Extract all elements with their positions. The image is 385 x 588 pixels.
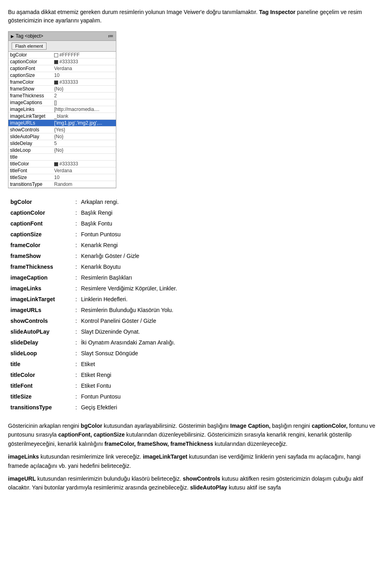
bgcolor-ref: bgColor bbox=[81, 423, 102, 429]
desc-value-imageLinkTarget: Linklerin Hedefleri. bbox=[79, 294, 376, 304]
prop-value-slideDelay: 5 bbox=[53, 140, 116, 147]
frameshow-ref: frameShow, frameThickness bbox=[137, 441, 213, 447]
prop-key-imageLinks: imageLinks bbox=[8, 106, 53, 113]
framecolor-ref: frameColor, bbox=[104, 441, 136, 447]
prop-value-titleColor: #333333 bbox=[53, 161, 116, 167]
desc-colon-transitionsType: : bbox=[74, 403, 79, 413]
desc-key-captionColor: captionColor bbox=[9, 208, 73, 218]
desc-key-title: title bbox=[9, 359, 73, 369]
desc-value-titleColor: Etiket Rengi bbox=[79, 370, 376, 380]
bottom-para-1: Göstericinin arkaplan rengini bgColor ku… bbox=[8, 421, 377, 448]
desc-value-captionColor: Başlık Rengi bbox=[79, 208, 376, 218]
desc-colon-titleColor: : bbox=[74, 370, 79, 380]
desc-value-imageLinks: Resimlere Verdiğimiz Köprüler, Linkler. bbox=[79, 284, 376, 294]
prop-value-title bbox=[53, 154, 116, 161]
bottom-para-2: imageLinks kutusundan resimlerimize link… bbox=[8, 452, 377, 470]
captionfont-ref: captionFont, captionSize bbox=[58, 431, 125, 438]
desc-key-titleColor: titleColor bbox=[9, 370, 73, 380]
desc-value-transitionsType: Geçiş Efektleri bbox=[79, 403, 376, 413]
prop-value-captionFont: Verdana bbox=[53, 65, 116, 72]
desc-colon-frameColor: : bbox=[74, 240, 79, 250]
desc-key-captionFont: captionFont bbox=[9, 219, 73, 229]
prop-key-frameShow: frameShow bbox=[8, 86, 53, 93]
desc-key-frameThickness: frameThickness bbox=[9, 262, 73, 272]
prop-key-imageLinkTarget: imageLinkTarget bbox=[8, 113, 53, 120]
desc-colon-captionSize: : bbox=[74, 230, 79, 240]
desc-value-frameShow: Kenarlığı Göster / Gizle bbox=[79, 251, 376, 261]
prop-key-slideAutoPlay: slideAutoPlay bbox=[8, 133, 53, 140]
desc-key-transitionsType: transitionsType bbox=[9, 403, 73, 413]
prop-value-slideAutoPlay: {No} bbox=[53, 133, 116, 140]
desc-colon-slideLoop: : bbox=[74, 348, 79, 358]
desc-colon-captionFont: : bbox=[74, 219, 79, 229]
panel-expand-icon[interactable]: ▶ bbox=[11, 34, 14, 38]
imagelinktarget-ref: imageLinkTarget bbox=[143, 453, 187, 460]
desc-colon-imageCaption: : bbox=[74, 273, 79, 283]
desc-value-imageURLs: Resimlerin Bulunduğu Klasörün Yolu. bbox=[79, 305, 376, 315]
prop-key-imageURLs: imageURLs bbox=[8, 120, 53, 127]
props-description-table: bgColor:Arkaplan rengi.captionColor:Başl… bbox=[8, 196, 377, 413]
color-swatch-bgColor bbox=[54, 53, 58, 57]
desc-value-imageCaption: Resimlerin Başlıkları bbox=[79, 273, 376, 283]
prop-key-bgColor: bgColor bbox=[8, 52, 53, 58]
prop-value-slideLoop: {No} bbox=[53, 147, 116, 154]
desc-key-titleFont: titleFont bbox=[9, 381, 73, 391]
desc-colon-frameShow: : bbox=[74, 251, 79, 261]
image-caption-ref: Image Caption, bbox=[230, 423, 270, 429]
desc-colon-slideAutoPLay: : bbox=[74, 327, 79, 337]
prop-value-imageURLs: ['img1.jpg','img2.jpg',... bbox=[53, 120, 116, 127]
prop-value-transitionsType: Random bbox=[53, 181, 116, 188]
prop-key-showControls: showControls bbox=[8, 127, 53, 133]
imagelinks-ref: imageLinks bbox=[8, 453, 39, 460]
prop-key-slideDelay: slideDelay bbox=[8, 140, 53, 147]
desc-key-frameColor: frameColor bbox=[9, 240, 73, 250]
bottom-para-3: imageURL kutusundan resimlerimizin bulun… bbox=[8, 474, 377, 492]
desc-key-slideLoop: slideLoop bbox=[9, 348, 73, 358]
showcontrols-ref: showControls bbox=[183, 475, 220, 482]
desc-value-slideDelay: İki Oynatım Arasındaki Zaman Aralığı. bbox=[79, 338, 376, 348]
desc-colon-showControls: : bbox=[74, 316, 79, 326]
properties-table: bgColor#FFFFFFcaptionColor#333333caption… bbox=[8, 52, 116, 188]
desc-key-captionSize: captionSize bbox=[9, 230, 73, 240]
flash-element-tab[interactable]: Flash element bbox=[12, 42, 47, 50]
desc-key-imageLinkTarget: imageLinkTarget bbox=[9, 294, 73, 304]
color-swatch-captionColor bbox=[54, 60, 58, 64]
prop-key-titleColor: titleColor bbox=[8, 161, 53, 167]
desc-value-title: Etiket bbox=[79, 359, 376, 369]
prop-key-frameColor: frameColor bbox=[8, 79, 53, 86]
desc-value-bgColor: Arkaplan rengi. bbox=[79, 197, 376, 207]
bottom-text: Göstericinin arkaplan rengini bgColor ku… bbox=[8, 421, 377, 492]
prop-value-showControls: {Yes} bbox=[53, 127, 116, 133]
desc-colon-imageLinkTarget: : bbox=[74, 294, 79, 304]
desc-key-titleSize: titleSize bbox=[9, 392, 73, 402]
prop-value-frameShow: {No} bbox=[53, 86, 116, 93]
desc-colon-bgColor: : bbox=[74, 197, 79, 207]
panel-menu-icon[interactable]: ≔ bbox=[108, 33, 113, 39]
color-swatch-titleColor bbox=[54, 162, 58, 166]
desc-value-captionFont: Başlık Fontu bbox=[79, 219, 376, 229]
prop-key-slideLoop: slideLoop bbox=[8, 147, 53, 154]
desc-colon-titleFont: : bbox=[74, 381, 79, 391]
prop-value-titleFont: Verdana bbox=[53, 167, 116, 174]
panel-subtab: Flash element bbox=[8, 41, 116, 52]
slideautoplay-ref: slideAutoPlay bbox=[190, 484, 227, 491]
desc-value-slideAutoPLay: Slayt Düzeninde Oynat. bbox=[79, 327, 376, 337]
prop-key-captionColor: captionColor bbox=[8, 58, 53, 65]
prop-value-captionColor: #333333 bbox=[53, 58, 116, 65]
prop-value-imageLinkTarget: _blank bbox=[53, 113, 116, 120]
prop-value-imageLinks: [http://macromedia.... bbox=[53, 106, 116, 113]
desc-colon-title: : bbox=[74, 359, 79, 369]
desc-key-slideDelay: slideDelay bbox=[9, 338, 73, 348]
desc-key-showControls: showControls bbox=[9, 316, 73, 326]
prop-key-titleFont: titleFont bbox=[8, 167, 53, 174]
prop-key-frameThickness: frameThickness bbox=[8, 93, 53, 99]
prop-key-imageCaptions: imageCaptions bbox=[8, 99, 53, 106]
desc-value-captionSize: Fontun Puntosu bbox=[79, 230, 376, 240]
prop-value-frameColor: #333333 bbox=[53, 79, 116, 86]
desc-value-slideLoop: Slayt Sonsuz Döngüde bbox=[79, 348, 376, 358]
desc-colon-captionColor: : bbox=[74, 208, 79, 218]
desc-value-showControls: Kontrol Panelini Göster / Gizle bbox=[79, 316, 376, 326]
tag-inspector-bold: Tag Inspector bbox=[259, 9, 296, 15]
prop-key-captionSize: captionSize bbox=[8, 72, 53, 79]
prop-value-titleSize: 10 bbox=[53, 174, 116, 181]
